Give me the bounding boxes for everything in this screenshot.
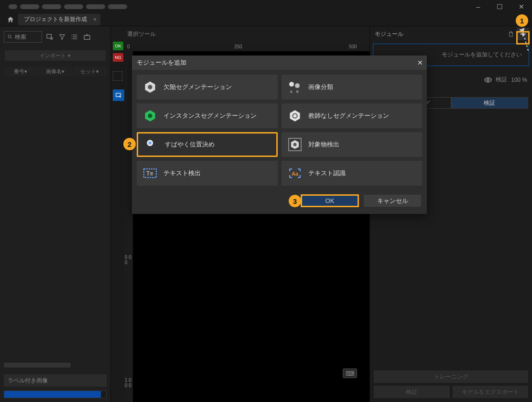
left-sidebar: 検索 インポート ▾ 番号▾ 画像名▾ セット▾ ラベ	[0, 26, 111, 402]
crop-tool-icon[interactable]	[113, 71, 122, 81]
home-icon[interactable]	[5, 14, 16, 25]
minimize-button[interactable]: –	[467, 0, 489, 13]
svg-rect-2	[47, 34, 51, 38]
svg-point-9	[71, 38, 72, 39]
label-progress	[4, 391, 107, 398]
tab-verify[interactable]: 検証	[451, 97, 529, 109]
right-panel: モジュール モジュールを追加してください を表示 ? 検証 100 % トレーニ…	[369, 26, 532, 402]
maximize-button[interactable]: ☐	[489, 0, 510, 13]
verify-button[interactable]: 検証	[374, 386, 450, 398]
show-label: を表示	[375, 76, 392, 84]
image-filter-icon[interactable]	[45, 32, 54, 42]
filter-image-name[interactable]: 画像名▾	[38, 67, 72, 76]
help-icon[interactable]: ?	[396, 76, 403, 84]
svg-point-3	[51, 37, 53, 39]
import-button[interactable]: インポート ▾	[5, 50, 106, 61]
dropdown-caret-icon: ▾	[68, 53, 71, 59]
svg-point-0	[8, 35, 11, 38]
add-module-button[interactable]	[517, 28, 529, 40]
camera-icon[interactable]	[82, 32, 92, 42]
list-icon[interactable]	[70, 32, 79, 42]
svg-line-1	[11, 38, 12, 39]
placeholder-bar	[4, 363, 71, 368]
canvas[interactable]: 5 0 0 1 0 0 0 ⌨	[124, 51, 369, 402]
canvas-panel: 選択ツール 0 250 500 OK NG 5 0 0 1 0 0 0 ⌨	[111, 26, 369, 402]
ok-badge[interactable]: OK	[113, 42, 123, 50]
svg-rect-10	[84, 35, 90, 39]
ruler-vertical: 5 0 0 1 0 0 0	[124, 51, 133, 402]
right-panel-title: モジュール	[375, 30, 403, 38]
svg-point-8	[71, 36, 72, 37]
tab-training[interactable]: トレーニング	[374, 97, 451, 109]
keyboard-icon[interactable]: ⌨	[343, 368, 357, 378]
verify-label: 検証	[496, 76, 507, 84]
svg-point-7	[71, 34, 72, 35]
search-placeholder: 検索	[15, 33, 26, 41]
titlebar: – ☐ ✕	[0, 0, 532, 13]
tabs-bar: プロジェクトを新規作成 ×	[0, 13, 532, 26]
labeled-images-header[interactable]: ラベル付き画像	[4, 374, 107, 387]
eye-icon[interactable]	[484, 77, 492, 83]
filter-set[interactable]: セット▾	[73, 67, 107, 76]
ruler-horizontal: 0 250 500	[124, 42, 369, 51]
training-button[interactable]: トレーニング	[374, 370, 528, 383]
trash-icon[interactable]	[505, 28, 517, 40]
tab-project[interactable]: プロジェクトを新規作成 ×	[18, 14, 100, 25]
canvas-header: 選択ツール	[111, 26, 369, 42]
funnel-icon[interactable]	[57, 32, 67, 42]
search-input[interactable]: 検索	[4, 31, 42, 43]
select-tool-icon[interactable]	[113, 89, 124, 101]
export-model-button[interactable]: モデルをエクスポート	[453, 386, 529, 398]
close-window-button[interactable]: ✕	[510, 0, 532, 13]
module-placeholder: モジュールを追加してください	[373, 44, 529, 66]
import-label: インポート	[40, 52, 66, 59]
svg-point-14	[487, 79, 489, 81]
filter-number[interactable]: 番号▾	[4, 67, 37, 76]
tab-label: プロジェクトを新規作成	[24, 15, 87, 23]
ng-badge[interactable]: NG	[113, 53, 123, 62]
tab-close-icon[interactable]: ×	[93, 16, 97, 23]
verify-percent: 100 %	[511, 77, 527, 83]
